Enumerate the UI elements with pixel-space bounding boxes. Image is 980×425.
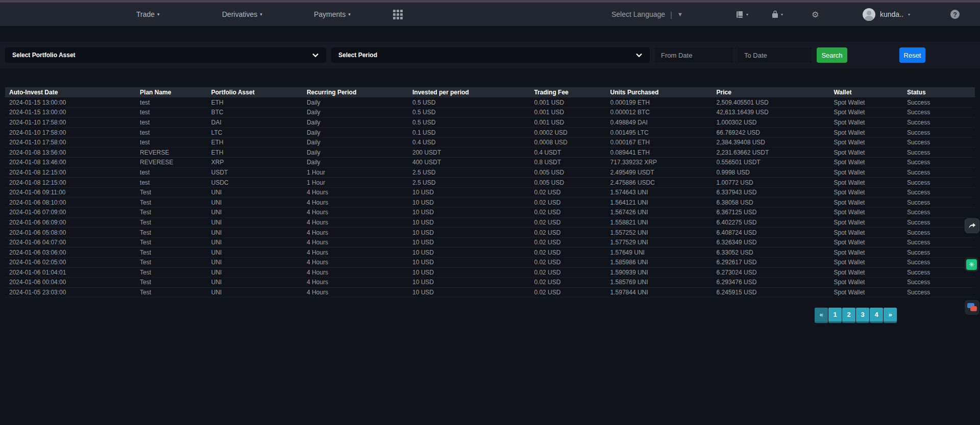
chatgpt-extension-button[interactable]: ✳ bbox=[965, 258, 978, 271]
share-extension-button[interactable] bbox=[965, 218, 979, 233]
language-selector[interactable]: Select Language | ▼ bbox=[611, 3, 683, 26]
table-cell: 0.556501 USDT bbox=[717, 158, 834, 168]
table-cell: 6.38058 USD bbox=[717, 197, 834, 208]
table-cell: 0.02 USD bbox=[534, 267, 610, 278]
table-row: 2024-01-06 03:06:00TestUNI4 Hours10 USD0… bbox=[5, 247, 975, 258]
pagination-prev-button[interactable]: « bbox=[815, 308, 828, 321]
table-cell: Spot Wallet bbox=[834, 147, 906, 158]
table-row: 2024-01-06 06:09:00TestUNI4 Hours10 USD0… bbox=[5, 217, 975, 228]
book-icon bbox=[736, 10, 744, 19]
chevron-down-icon: ▾ bbox=[746, 12, 748, 17]
apps-grid-icon[interactable] bbox=[393, 10, 403, 19]
portfolio-asset-select[interactable]: Select Portfolio Asset bbox=[5, 47, 326, 63]
table-cell: 0.4 USD bbox=[412, 137, 534, 147]
pagination-page-button[interactable]: 4 bbox=[870, 308, 883, 321]
table-row: 2024-01-06 05:08:00TestUNI4 Hours10 USD0… bbox=[5, 228, 975, 238]
chatgpt-icon: ✳ bbox=[966, 259, 977, 270]
table-cell: Success bbox=[907, 108, 975, 118]
user-account-menu[interactable]: kunda.. ▾ bbox=[863, 3, 910, 26]
table-cell: ETH bbox=[211, 137, 307, 147]
to-date-input[interactable] bbox=[738, 47, 812, 63]
table-cell: 0.9998 USD bbox=[717, 167, 834, 178]
table-cell: UNI bbox=[211, 237, 307, 247]
table-cell: 0.000199 ETH bbox=[610, 97, 717, 108]
table-cell: UNI bbox=[211, 217, 307, 228]
table-cell: Daily bbox=[307, 97, 412, 108]
column-header: Trading Fee bbox=[534, 87, 610, 97]
settings-gear-icon[interactable]: ⚙ bbox=[812, 3, 819, 26]
table-cell: 1.557252 UNI bbox=[610, 228, 717, 238]
table-cell: Success bbox=[907, 247, 975, 258]
table-cell: 0.001 USD bbox=[534, 117, 610, 128]
table-cell: test bbox=[140, 137, 211, 147]
table-row: 2024-01-06 04:07:00TestUNI4 Hours10 USD0… bbox=[5, 237, 975, 247]
wallet-book-menu[interactable]: ▾ bbox=[736, 3, 748, 26]
table-cell: REVERSE bbox=[140, 147, 211, 158]
table-row: 2024-01-15 13:00:00testETHDaily0.5 USD0.… bbox=[5, 97, 975, 108]
table-cell: 10 USD bbox=[412, 197, 534, 208]
language-label: Select Language bbox=[611, 10, 665, 18]
table-row: 2024-01-06 09:11:00TestUNI4 Hours10 USD0… bbox=[5, 187, 975, 197]
table-cell: 2024-01-06 04:07:00 bbox=[5, 237, 140, 247]
table-cell: test bbox=[140, 167, 211, 178]
pagination-next-button[interactable]: » bbox=[884, 308, 897, 321]
table-cell: 2024-01-10 17:58:00 bbox=[5, 137, 140, 147]
table-cell: 6.402275 USD bbox=[717, 217, 834, 228]
pagination-page-button[interactable]: 2 bbox=[842, 308, 855, 321]
table-cell: 6.292617 USD bbox=[717, 258, 834, 268]
table-cell: 10 USD bbox=[412, 287, 534, 297]
table-cell: 0.4 USDT bbox=[534, 147, 610, 158]
table-cell: 6.367125 USD bbox=[717, 208, 834, 218]
table-cell: Spot Wallet bbox=[834, 208, 906, 218]
from-date-input[interactable] bbox=[655, 47, 733, 63]
table-cell: UNI bbox=[211, 247, 307, 258]
portfolio-asset-select-value: Select Portfolio Asset bbox=[12, 52, 76, 59]
help-button[interactable]: ? bbox=[950, 3, 960, 26]
table-cell: Spot Wallet bbox=[834, 137, 906, 147]
table-cell: Success bbox=[907, 287, 975, 297]
table-cell: 2,231.63662 USDT bbox=[717, 147, 834, 158]
nav-menu-payments[interactable]: Payments ▾ bbox=[314, 3, 351, 26]
table-cell: test bbox=[140, 128, 211, 138]
table-cell: Spot Wallet bbox=[834, 187, 906, 197]
table-cell: 10 USD bbox=[412, 217, 534, 228]
pagination: « 1234 » bbox=[815, 308, 897, 321]
table-cell: 2024-01-15 13:00:00 bbox=[5, 108, 140, 118]
table-cell: 0.000012 BTC bbox=[610, 108, 717, 118]
reset-button[interactable]: Reset bbox=[899, 47, 925, 63]
table-cell: 0.02 USD bbox=[534, 247, 610, 258]
table-cell: Test bbox=[140, 228, 211, 238]
pagination-page-button[interactable]: 1 bbox=[828, 308, 842, 321]
table-cell: 0.8 USDT bbox=[534, 158, 610, 168]
period-select[interactable]: Select Period bbox=[331, 47, 650, 63]
column-header: Invested per period bbox=[412, 87, 534, 97]
table-cell: 4 Hours bbox=[307, 258, 412, 268]
table-cell: Test bbox=[140, 187, 211, 197]
pagination-page-button[interactable]: 3 bbox=[856, 308, 869, 321]
table-cell: UNI bbox=[211, 287, 307, 297]
table-cell: Daily bbox=[307, 147, 412, 158]
table-cell: 0.02 USD bbox=[534, 217, 610, 228]
table-row: 2024-01-05 23:03:00TestUNI4 Hours10 USD0… bbox=[5, 287, 975, 297]
help-icon: ? bbox=[950, 10, 960, 19]
search-button[interactable]: Search bbox=[817, 47, 847, 63]
table-cell: Daily bbox=[307, 117, 412, 128]
table-cell: Spot Wallet bbox=[834, 237, 906, 247]
nav-menu-trade[interactable]: Trade ▾ bbox=[136, 3, 160, 26]
table-cell: Spot Wallet bbox=[834, 217, 906, 228]
chevron-down-icon: ▾ bbox=[781, 12, 783, 17]
table-cell: Success bbox=[907, 117, 975, 128]
table-cell: 6.408724 USD bbox=[717, 228, 834, 238]
table-cell: Success bbox=[907, 147, 975, 158]
table-cell: 1.590939 UNI bbox=[610, 267, 717, 278]
nav-menu-derivatives[interactable]: Derivatives ▾ bbox=[222, 3, 262, 26]
table-cell: 2,509.405501 USD bbox=[717, 97, 834, 108]
table-cell: 1.567426 UNI bbox=[610, 208, 717, 218]
table-cell: ETH bbox=[211, 97, 307, 108]
table-header-row: Auto-Invest DatePlan NamePortfolio Asset… bbox=[5, 87, 975, 97]
table-cell: 0.5 USD bbox=[412, 117, 534, 128]
table-cell: 0.02 USD bbox=[534, 197, 610, 208]
table-cell: 2024-01-06 09:11:00 bbox=[5, 187, 140, 197]
assets-bag-menu[interactable]: ▾ bbox=[771, 3, 783, 26]
chat-extension-button[interactable] bbox=[965, 300, 979, 315]
